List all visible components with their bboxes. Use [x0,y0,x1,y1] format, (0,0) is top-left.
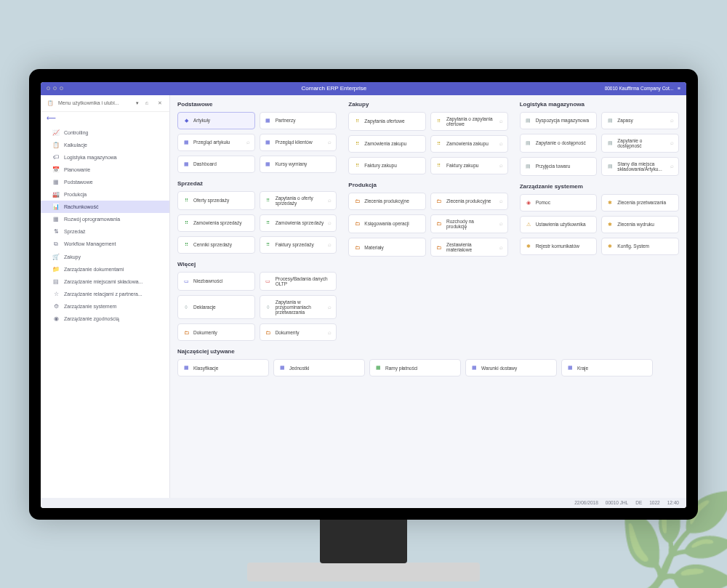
tile[interactable]: ⠿Faktury zakupu⌕ [430,157,508,174]
tile-icon: 🗀 [265,329,272,336]
section: Zakupy⠿Zapytania ofertowe⠿Zapytania o za… [348,101,507,174]
tile-label: Zapytanie o dostępność [536,140,586,145]
tile[interactable]: ▦Kraje [561,359,653,376]
tile[interactable]: ✱Zlecenia wydruku [601,216,679,233]
tile-icon: ▤ [606,163,614,170]
tile[interactable]: ▤Przyjęcia towaru [520,157,598,176]
tile-label: Artykuły [193,118,210,123]
monitor-frame: 🌿 Comarch ERP Enterprise 00010 Kauffirma… [29,69,698,520]
sidebar-item[interactable]: 📈Controlling [41,126,169,139]
tile[interactable]: ▦Dashboard [177,156,255,173]
tile[interactable]: ▤Zapytanie o dostępność⌕ [601,134,679,153]
section: Podstawowe◆Artykuły▦Partnerzy▦Przegląd a… [177,101,337,173]
sidebar-item[interactable]: ◉Zarządzanie zgodnością [41,313,169,325]
tile[interactable]: ✱Zlecenia przetwarzania [601,194,679,212]
sidebar-item[interactable]: ▦Rozwój oprogramowania [41,213,169,225]
sidebar-item[interactable]: ⇅Sprzedaż [41,225,169,238]
tile[interactable]: ⠿Oferty sprzedaży [177,191,255,210]
tile-grid: ▭Niezbawności▭Procesy/Badania danych OLT… [177,272,337,342]
tile[interactable]: ✱Konfig. System [601,238,679,255]
tile[interactable]: ⠿Faktury sprzedaży⌕ [260,236,337,254]
tile[interactable]: ⚠Ustawienia użytkownika [520,216,598,233]
tile[interactable]: 🗀Rozchody na produkcję⌕ [430,214,508,233]
sidebar-item[interactable]: ⚙Zarządzanie systemem [41,300,169,313]
sidebar-item[interactable]: 📁Zarządzanie dokumentami [41,263,169,275]
tile[interactable]: ◉Pomoc [520,194,598,212]
tile[interactable]: ⠿Zapytania o oferty sprzedaży⌕ [260,191,337,210]
tile[interactable]: ◊Deklaracje [177,295,255,319]
sidebar-item[interactable]: 📅Planowanie [41,164,169,176]
tile[interactable]: ⠿Zamówienia sprzedaży [177,214,255,232]
tile[interactable]: ▤Stany dla miejsca składowania/Artyku...… [601,157,679,176]
filter-icon[interactable]: ⎌ [142,98,152,108]
tile[interactable]: ✱Rejestr komunikatów [520,238,598,255]
nav-item-icon: 📋 [52,142,60,148]
tile[interactable]: ▦Warunki dostawy [465,359,557,376]
tile[interactable]: 🗀Dokumenty⌕ [260,323,337,341]
tile[interactable]: ▦Klasyfikacje [177,359,269,376]
bottom-section-title: Najczęściej używane [177,348,679,355]
tile[interactable]: ▦Przegląd klientów⌕ [260,134,337,151]
tile[interactable]: 🗀Zestawienia materiałowe⌕ [430,238,508,257]
sidebar-item[interactable]: 🛒Zakupy [41,251,169,263]
tile-icon: 🗀 [435,220,443,227]
tile[interactable]: 🗀Zlecenia produkcyjne [348,193,426,210]
sidebar-item[interactable]: 🏭Produkcja [41,188,169,201]
back-button[interactable]: ⟵ [41,112,169,124]
nav-item-icon: ⚙ [52,303,60,310]
tile[interactable]: ▭Procesy/Badania danych OLTP [260,272,337,291]
menu-icon[interactable]: ≡ [678,86,680,91]
tile[interactable]: ▦Ramy płatności [369,359,461,376]
tile[interactable]: ⠿Zamówienia zakupu⌕ [430,135,508,153]
search-icon: ⌕ [499,198,503,204]
body: 📋 Menu użytkownika i ulubi... ▾ ⎌ ✕ ⟵ 📈C… [41,95,686,498]
tile[interactable]: 🗀Materiały [348,238,426,257]
tile[interactable]: ⠿Faktury zakupu [348,157,426,174]
nav-item-label: Podstawowe [64,180,93,185]
sidebar-item[interactable]: ▤Zarządzanie miejscami składowa... [41,275,169,288]
nav-item-icon: ⧉ [52,241,60,248]
tile-label: Cenniki sprzedaży [193,242,232,247]
sidebar-item[interactable]: ☆Zarządzanie relacjami z partnera... [41,288,169,300]
section-title: Produkcja [348,182,507,188]
tile[interactable]: ▭Niezbawności [177,272,255,291]
sidebar-item[interactable]: ⧉Workflow Management [41,238,169,251]
window-controls[interactable] [47,86,63,90]
status-ver: 1022 [649,500,659,505]
sidebar-combo[interactable]: Menu użytkownika i ulubi... ▾ [58,100,139,106]
column-2: Zakupy⠿Zapytania ofertowe⠿Zapytania o za… [348,101,507,342]
tile[interactable]: ⠿Zamówienia sprzedaży⌕ [260,214,337,232]
tile[interactable]: ▦Jednostki [273,359,365,376]
user-display[interactable]: 00010 Kauffirma Company Cot... ≡ [605,86,680,91]
tile[interactable]: ◊Zapytania w przypominaniach przetwarzan… [260,295,337,319]
tile[interactable]: ▦Partnerzy [260,112,337,129]
tile[interactable]: ▦Kursy wymiany [260,156,337,173]
tile[interactable]: ⠿Cenniki sprzedaży [177,236,255,254]
sidebar-item[interactable]: 🏷Logistyka magazynowa [41,151,169,164]
sidebar-item[interactable]: ▦Podstawowe [41,176,169,188]
tile[interactable]: ⠿Zapytania o zapytania ofertowe⌕ [430,112,508,131]
tile-icon: ⠿ [265,197,272,204]
tile-label: Zapytania o zapytania ofertowe [446,116,496,126]
tile[interactable]: 🗀Zlecenia produkcyjne⌕ [430,193,508,210]
tile[interactable]: ▤Zapasy⌕ [601,112,679,129]
sidebar-item[interactable]: 📊Rachunkowość [41,201,169,213]
section: Produkcja🗀Zlecenia produkcyjne🗀Zlecenia … [348,182,507,257]
sidebar-item[interactable]: 📋Kalkulacje [41,139,169,151]
nav-item-label: Controlling [64,130,88,135]
tile[interactable]: 🗀Księgowania operacji [348,214,426,233]
search-icon: ⌕ [246,139,250,145]
tile[interactable]: ▤Zapytanie o dostępność [520,134,598,153]
tile[interactable]: ⠿Zapytania ofertowe [348,112,426,131]
sidebar-combo-label: Menu użytkownika i ulubi... [58,100,119,105]
tile[interactable]: ▤Dyspozycja magazynowa [520,112,598,129]
tile[interactable]: ▦Przegląd artykułu⌕ [177,134,255,151]
nav-item-icon: ▦ [52,179,60,185]
clipboard-icon[interactable]: 📋 [45,98,55,108]
tile[interactable]: ⠿Zamówienia zakupu [348,135,426,153]
tile[interactable]: 🗀Dokumenty [177,323,255,341]
nav-item-label: Zarządzanie zgodnością [64,316,119,321]
tile[interactable]: ◆Artykuły [177,112,255,129]
close-icon[interactable]: ✕ [155,98,165,108]
tile-icon: ⠿ [353,140,361,148]
